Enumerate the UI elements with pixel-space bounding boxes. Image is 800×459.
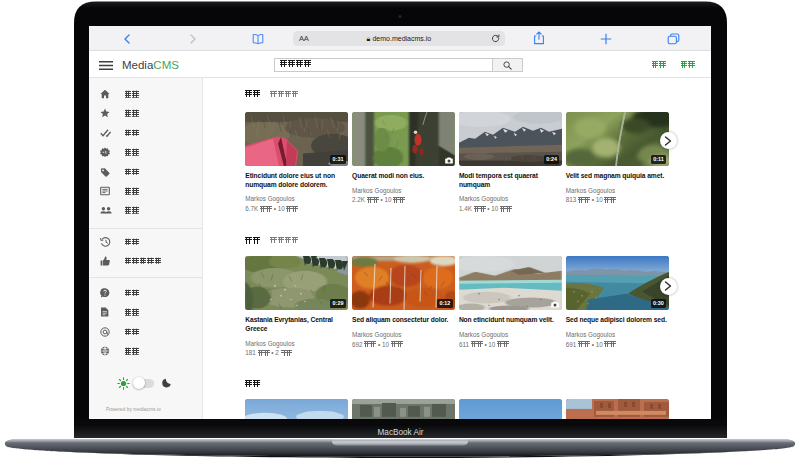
svg-text:MacBook Air: MacBook Air: [378, 428, 424, 437]
